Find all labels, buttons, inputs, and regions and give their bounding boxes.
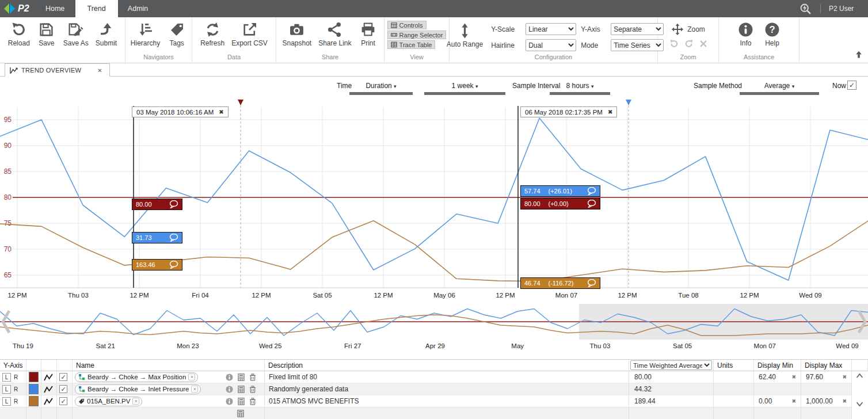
row2-remove-series-icon[interactable]: × — [191, 386, 198, 393]
user-menu[interactable]: P2 User — [829, 5, 858, 13]
clear-min-icon[interactable]: ✖ — [791, 374, 796, 380]
row4-name[interactable] — [73, 407, 265, 419]
now-checkbox[interactable]: ✓ — [847, 81, 856, 90]
clear-min-icon[interactable]: ✖ — [791, 398, 796, 404]
tab-trend-overview[interactable]: TREND OVERVIEW ✕ — [5, 63, 110, 77]
cursor-2-value-inlet-pressure[interactable]: 57.74 (+26.01) — [520, 185, 600, 197]
cursor-1-value-inlet-pressure[interactable]: 31.73 — [132, 232, 182, 243]
zoom-button[interactable]: Zoom — [671, 23, 705, 36]
help-button[interactable]: ? Help — [759, 20, 786, 47]
row2-display-max[interactable] — [801, 383, 852, 395]
row3-line-style[interactable] — [41, 395, 57, 407]
controls-toggle[interactable]: Controls — [387, 21, 427, 29]
zoom-undo-icon[interactable] — [669, 39, 679, 48]
save-button[interactable]: Save — [33, 20, 60, 47]
range-selector-canvas[interactable] — [0, 304, 868, 340]
comment-icon[interactable] — [587, 279, 596, 287]
row3-visible-checkbox[interactable]: ✓ — [59, 397, 67, 405]
row1-left-axis-button[interactable]: L — [2, 373, 11, 382]
row3-remove-series-icon[interactable]: × — [132, 398, 139, 405]
time-mode-dropdown[interactable]: Duration ▾ — [349, 77, 413, 96]
search-icon[interactable] — [799, 2, 812, 16]
table-scrollbar[interactable] — [852, 371, 868, 419]
row1-delete-icon[interactable] — [249, 374, 256, 381]
comment-icon[interactable] — [587, 200, 596, 208]
row2-color[interactable] — [26, 383, 41, 395]
tags-button[interactable]: Tags — [163, 20, 190, 47]
cursor-2-close-icon[interactable]: ✖ — [608, 109, 612, 115]
row2-right-axis-button[interactable]: R — [14, 386, 18, 393]
row3-left-axis-button[interactable]: L — [2, 397, 11, 406]
trend-main-chart[interactable]: 12 PMThu 0312 PMFri 0412 PMSat 0512 PMMa… — [0, 98, 868, 302]
main-chart-canvas[interactable]: 12 PMThu 0312 PMFri 0412 PMSat 0512 PMMa… — [0, 98, 868, 302]
row1-visible-checkbox[interactable]: ✓ — [59, 373, 67, 381]
cursor-1-close-icon[interactable]: ✖ — [219, 109, 223, 115]
print-button[interactable]: Print — [355, 20, 382, 47]
row2-line-style[interactable] — [41, 383, 57, 395]
sample-method-dropdown[interactable]: Average ▾ — [740, 77, 819, 96]
mode-select[interactable]: Time Series — [611, 39, 664, 51]
row2-delete-icon[interactable] — [249, 386, 256, 393]
hierarchy-button[interactable]: Hierarchy — [127, 20, 163, 47]
aggregate-select[interactable]: Time Weighted Average — [630, 360, 712, 370]
row3-calculator-icon[interactable] — [238, 398, 245, 405]
trace-table-toggle[interactable]: Trace Table — [387, 40, 436, 49]
row4-calculator-icon[interactable] — [237, 410, 244, 417]
cursor-2-value-max-position[interactable]: 80.00 (+0.00) — [520, 198, 600, 209]
clear-max-icon[interactable]: ✖ — [842, 398, 847, 404]
duration-dropdown[interactable]: 1 week ▾ — [424, 77, 505, 96]
cursor-1-label[interactable]: 03 May 2018 10:06:16 AM ✖ — [132, 106, 229, 117]
row1-series-chip[interactable]: Beardy → Choke → Max Position × — [75, 372, 198, 382]
zoom-redo-icon[interactable] — [684, 39, 694, 48]
scroll-up-icon[interactable] — [856, 373, 863, 379]
row3-delete-icon[interactable] — [249, 398, 256, 405]
zoom-clear-icon[interactable] — [699, 40, 707, 48]
row2-visible-checkbox[interactable]: ✓ — [59, 385, 67, 393]
clear-max-icon[interactable]: ✖ — [842, 374, 847, 380]
row1-display-min[interactable]: 62.40✖ — [754, 371, 801, 383]
range-selector[interactable] — [0, 304, 868, 340]
row2-left-axis-button[interactable]: L — [2, 385, 11, 394]
cursor-2-value-015a-ben[interactable]: 46.74 (-116.72) — [520, 277, 600, 289]
info-button[interactable]: Info — [733, 20, 759, 47]
top-tab-trend[interactable]: Trend — [75, 0, 118, 17]
row3-info-icon[interactable] — [226, 398, 233, 405]
export-csv-button[interactable]: Export CSV — [228, 20, 271, 47]
row1-calculator-icon[interactable] — [238, 374, 245, 381]
refresh-button[interactable]: Refresh — [197, 20, 228, 47]
row2-series-chip[interactable]: Beardy → Choke → Inlet Pressure × — [75, 384, 201, 394]
row3-display-min[interactable]: 0.00✖ — [754, 395, 801, 407]
y-axis-select[interactable]: Separate — [611, 23, 664, 35]
row1-display-max[interactable]: 97.60✖ — [801, 371, 852, 383]
comment-icon[interactable] — [587, 187, 596, 195]
comment-icon[interactable] — [169, 234, 178, 242]
cursor-1-value-max-position[interactable]: 80.00 — [132, 199, 182, 210]
row1-info-icon[interactable] — [226, 374, 233, 381]
row2-calculator-icon[interactable] — [238, 386, 245, 393]
row1-line-style[interactable] — [41, 371, 57, 383]
reload-button[interactable]: Reload — [5, 20, 33, 47]
range-selector-toggle[interactable]: Range Selector — [387, 31, 447, 39]
comment-icon[interactable] — [169, 261, 178, 269]
submit-button[interactable]: Submit — [92, 20, 120, 47]
row2-display-min[interactable] — [754, 383, 801, 395]
share-link-button[interactable]: Share Link — [315, 20, 355, 47]
scroll-down-icon[interactable] — [856, 401, 863, 407]
snapshot-button[interactable]: Snapshot — [279, 20, 315, 47]
top-tab-home[interactable]: Home — [35, 0, 75, 17]
row1-color[interactable] — [26, 371, 41, 383]
save-as-button[interactable]: Save As — [60, 20, 92, 47]
y-scale-select[interactable]: Linear — [526, 23, 576, 35]
row3-display-max[interactable]: 1,000.00✖ — [801, 395, 852, 407]
auto-range-button[interactable]: Auto Range — [443, 21, 486, 48]
row3-right-axis-button[interactable]: R — [14, 398, 18, 405]
row3-series-chip[interactable]: 015A_BEN.PV × — [75, 397, 142, 406]
row3-color[interactable] — [26, 395, 41, 407]
row2-info-icon[interactable] — [226, 386, 233, 393]
cursor-2-label[interactable]: 06 May 2018 02:17:35 PM ✖ — [520, 106, 617, 117]
hairline-select[interactable]: Dual — [526, 39, 576, 51]
top-tab-admin[interactable]: Admin — [118, 0, 158, 17]
cursor-1-value-015a-ben[interactable]: 163.46 — [132, 259, 182, 271]
tab-close-icon[interactable]: ✕ — [97, 67, 102, 74]
row1-remove-series-icon[interactable]: × — [188, 374, 195, 380]
